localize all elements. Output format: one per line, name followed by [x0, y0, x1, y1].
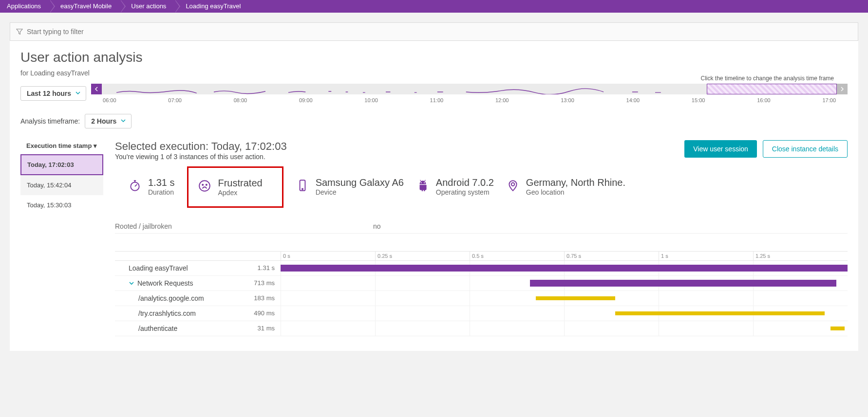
timestamp-item[interactable]: Today, 15:42:04 — [20, 175, 103, 195]
breadcrumb-action[interactable]: Loading easyTravel — [175, 0, 249, 13]
timestamp-item[interactable]: Today, 17:02:03 — [20, 154, 103, 175]
analysis-timeframe-dropdown[interactable]: 2 Hours — [85, 114, 132, 128]
waterfall-row-name: /try.crashlytics.com — [138, 309, 196, 317]
stat-geo: Germany, North Rhine.Geo location — [507, 177, 625, 196]
stat-device: Samsung Galaxy A6Device — [296, 177, 404, 196]
svg-point-6 — [421, 182, 422, 183]
filter-input[interactable] — [27, 28, 852, 36]
waterfall-row[interactable]: Network Requests713 ms — [115, 276, 848, 291]
stat-os: Android 7.0.2Operating system — [416, 177, 494, 196]
timestamp-list: Execution time stamp ▾ Today, 17:02:03 T… — [20, 140, 103, 336]
waterfall-scale: 0 s0.25 s0.5 s 0.75 s1 s1.25 s — [281, 252, 848, 260]
waterfall-bar[interactable] — [536, 296, 615, 300]
viewing-text: You're viewing 1 of 3 instances of this … — [115, 153, 287, 161]
waterfall-row-duration: 1.31 s — [242, 264, 281, 272]
view-user-session-button[interactable]: View user session — [684, 140, 757, 158]
timeline-next-button[interactable] — [837, 84, 848, 94]
waterfall-row[interactable]: Loading easyTravel1.31 s — [115, 261, 848, 276]
waterfall-row-duration: 490 ms — [242, 309, 281, 317]
waterfall-row-name: Network Requests — [137, 279, 193, 287]
timestamp-item[interactable]: Today, 15:30:03 — [20, 195, 103, 215]
waterfall-row[interactable]: /authenticate31 ms — [115, 321, 848, 336]
waterfall-row-name: /analytics.google.com — [138, 294, 204, 302]
waterfall-row-duration: 713 ms — [242, 279, 281, 287]
location-icon — [507, 179, 519, 192]
svg-point-0 — [131, 182, 139, 191]
waterfall-bar[interactable] — [830, 326, 845, 330]
svg-point-1 — [200, 181, 210, 191]
waterfall-row-name: /authenticate — [138, 325, 177, 332]
waterfall-bar[interactable] — [615, 311, 825, 315]
waterfall-row[interactable]: /analytics.google.com183 ms — [115, 291, 848, 306]
rooted-row: Rooted / jailbroken no — [115, 222, 848, 234]
svg-point-3 — [206, 184, 207, 185]
selected-execution-title: Selected execution: Today, 17:02:03 — [115, 140, 287, 153]
waterfall-row-duration: 183 ms — [242, 294, 281, 302]
close-instance-details-button[interactable]: Close instance details — [763, 140, 848, 158]
waterfall-row-duration: 31 ms — [242, 325, 281, 332]
timeline-prev-button[interactable] — [91, 84, 102, 94]
svg-point-5 — [302, 189, 303, 190]
waterfall-bar[interactable] — [530, 280, 836, 287]
svg-point-2 — [203, 184, 204, 185]
svg-point-8 — [511, 183, 515, 186]
svg-point-7 — [424, 182, 425, 183]
analysis-label: Analysis timeframe: — [20, 117, 80, 125]
frown-icon — [198, 180, 211, 192]
android-icon — [416, 179, 429, 192]
chevron-down-icon — [75, 90, 81, 97]
mobile-icon — [296, 179, 309, 192]
breadcrumb: Applications easyTravel Mobile User acti… — [0, 0, 868, 13]
breadcrumb-app[interactable]: easyTravel Mobile — [50, 0, 120, 13]
chevron-down-icon — [120, 117, 126, 125]
stat-duration: 1.31 sDuration — [129, 177, 174, 196]
waterfall-row[interactable]: /try.crashlytics.com490 ms — [115, 306, 848, 321]
breadcrumb-useractions[interactable]: User actions — [120, 0, 175, 13]
filter-bar[interactable] — [10, 22, 858, 41]
filter-icon — [16, 28, 23, 35]
timeline: Click the timeline to change the analysi… — [91, 84, 848, 103]
time-range-dropdown[interactable]: Last 12 hours — [20, 86, 86, 101]
waterfall-row-name: Loading easyTravel — [129, 264, 188, 272]
breadcrumb-applications[interactable]: Applications — [0, 0, 50, 13]
main-panel: User action analysis for Loading easyTra… — [10, 41, 858, 351]
stopwatch-icon — [129, 179, 141, 192]
timeline-sparkline — [116, 86, 690, 94]
chevron-down-icon[interactable] — [129, 280, 134, 288]
waterfall-chart: 0 s0.25 s0.5 s 0.75 s1 s1.25 s Loading e… — [115, 251, 848, 336]
page-title: User action analysis — [20, 50, 848, 65]
timeline-selection[interactable] — [707, 84, 837, 94]
timeline-ticks: 06:0007:0008:00 09:0010:0011:00 12:0013:… — [91, 94, 848, 103]
timestamp-header[interactable]: Execution time stamp ▾ — [20, 140, 103, 154]
timeline-hint: Click the timeline to change the analysi… — [701, 75, 834, 82]
stat-apdex: FrustratedApdex — [187, 166, 283, 208]
timeline-track[interactable] — [102, 84, 837, 94]
waterfall-bar[interactable] — [281, 265, 848, 272]
